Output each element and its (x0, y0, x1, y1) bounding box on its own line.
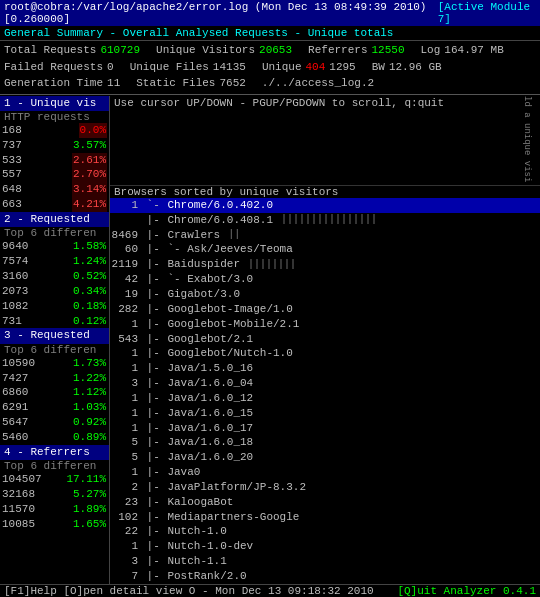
unique-files-value: 14135 (213, 59, 246, 76)
unique-404-count: 1295 (329, 59, 355, 76)
unique-404-value: 404 (305, 59, 325, 76)
tree-row[interactable]: 1 |- Java0 (110, 465, 540, 480)
section4-sub: Top 6 differen (0, 460, 109, 472)
left-panel: 1 - Unique vis HTTP requests 168 0.0% 73… (0, 96, 110, 598)
tree-row[interactable]: 102 |- Mediapartners-Google (110, 510, 540, 525)
right-panel: Use cursor UP/DOWN - PGUP/PGDOWN to scro… (110, 96, 540, 598)
section2-sub: Top 6 differen (0, 227, 109, 239)
left-item: 168 0.0% (0, 123, 109, 138)
referrers-value: 12550 (372, 42, 405, 59)
main-area: 1 - Unique vis HTTP requests 168 0.0% 73… (0, 96, 540, 598)
left-item: 10085 1.65% (0, 517, 109, 532)
log-value: 164.97 MB (444, 42, 503, 59)
tooltip-row: Use cursor UP/DOWN - PGUP/PGDOWN to scro… (110, 96, 540, 186)
unique-visitors-value: 20653 (259, 42, 292, 59)
tree-row[interactable]: 543 |- Googlebot/2.1 (110, 332, 540, 347)
title-path: root@cobra:/var/log/apache2/error.log (M… (4, 1, 438, 25)
left-item: 5460 0.89% (0, 430, 109, 445)
nav-label: General Summary - Overall Analysed Reque… (4, 27, 393, 39)
left-item: 5647 0.92% (0, 415, 109, 430)
left-item: 533 2.61% (0, 153, 109, 168)
tree-row[interactable]: 1 |- Java/1.6.0_17 (110, 421, 540, 436)
bw-label: BW (372, 59, 385, 76)
nav-bar: General Summary - Overall Analysed Reque… (0, 26, 540, 41)
total-requests-label: Total Requests (4, 42, 96, 59)
total-requests-value: 610729 (100, 42, 140, 59)
left-item: 9640 1.58% (0, 239, 109, 254)
left-item: 7574 1.24% (0, 254, 109, 269)
tree-row[interactable]: 42 |- `- Exabot/3.0 (110, 272, 540, 287)
left-item: 648 3.14% (0, 182, 109, 197)
tree-row[interactable]: 3 |- Java/1.6.0_04 (110, 376, 540, 391)
tree-row[interactable]: 5 |- Java/1.6.0_20 (110, 450, 540, 465)
left-item: 6860 1.12% (0, 385, 109, 400)
section3-header: 3 - Requested (0, 328, 109, 343)
left-item: 663 4.21% (0, 197, 109, 212)
tree-row[interactable]: 8469 |- Crawlers || (110, 228, 540, 243)
title-bar: root@cobra:/var/log/apache2/error.log (M… (0, 0, 540, 26)
tree-row[interactable]: 2 |- JavaPlatform/JP-8.3.2 (110, 480, 540, 495)
tree-row[interactable]: 23 |- KaloogaBot (110, 495, 540, 510)
unique-visitors-label: Unique Visitors (156, 42, 255, 59)
left-item: 3160 0.52% (0, 269, 109, 284)
left-item: 7427 1.22% (0, 371, 109, 386)
tree-row[interactable]: 282 |- Googlebot-Image/1.0 (110, 302, 540, 317)
tree-row[interactable]: 1 |- Nutch-1.0-dev (110, 539, 540, 554)
unique-files-label: Unique Files (130, 59, 209, 76)
left-item: 1082 0.18% (0, 299, 109, 314)
referrers-label: Referrers (308, 42, 367, 59)
status-left: [F1]Help [O]pen detail view O - Mon Dec … (4, 585, 374, 597)
left-item: 32168 5.27% (0, 487, 109, 502)
static-files-label: Static Files (136, 75, 215, 92)
tree-row[interactable]: |- Chrome/6.0.408.1 |||||||||||||||| (110, 213, 540, 228)
section1-sub: HTTP requests (0, 111, 109, 123)
left-item: 11570 1.89% (0, 502, 109, 517)
bw-value: 12.96 GB (389, 59, 442, 76)
section1-header: 1 - Unique vis (0, 96, 109, 111)
tree-row[interactable]: 3 |- Nutch-1.1 (110, 554, 540, 569)
log-label: Log (421, 42, 441, 59)
tree-row[interactable]: 5 |- Java/1.6.0_18 (110, 435, 540, 450)
failed-requests-label: Failed Requests (4, 59, 103, 76)
tree-row[interactable]: 1 |- Java/1.6.0_12 (110, 391, 540, 406)
status-right: [Q]uit Analyzer 0.4.1 (397, 585, 536, 597)
tree-row[interactable]: 60 |- `- Ask/Jeeves/Teoma (110, 242, 540, 257)
left-item: 2073 0.34% (0, 284, 109, 299)
section2-header: 2 - Requested (0, 212, 109, 227)
left-item: 737 3.57% (0, 138, 109, 153)
tree-row[interactable]: 22 |- Nutch-1.0 (110, 524, 540, 539)
left-item: 731 0.12% (0, 314, 109, 329)
tree-row[interactable]: 19 |- Gigabot/3.0 (110, 287, 540, 302)
generation-value: 11 (107, 75, 120, 92)
failed-requests-value: 0 (107, 59, 114, 76)
left-item: 104507 17.11% (0, 472, 109, 487)
tree-row[interactable]: 1 |- Java/1.5.0_16 (110, 361, 540, 376)
tree-container: 1 `- Chrome/6.0.402.0 |- Chrome/6.0.408.… (110, 198, 540, 597)
tooltip-instruction: Use cursor UP/DOWN - PGUP/PGDOWN to scro… (110, 96, 522, 185)
tree-row[interactable]: 7 |- PostRank/2.0 (110, 569, 540, 584)
generation-label: Generation Time (4, 75, 103, 92)
tree-row[interactable]: 2119 |- Baiduspider |||||||| (110, 257, 540, 272)
active-module: [Active Module 7] (438, 1, 536, 25)
right-col-label1: ld a unique visi (522, 96, 540, 185)
unique-label: Unique (262, 59, 302, 76)
tree-row[interactable]: 1 |- Googlebot-Mobile/2.1 (110, 317, 540, 332)
tree-row[interactable]: 1 `- Chrome/6.0.402.0 (110, 198, 540, 213)
browsers-header: Browsers sorted by unique visitors (114, 186, 518, 198)
tree-row[interactable]: 1 |- Java/1.6.0_15 (110, 406, 540, 421)
static-files-value: 7652 (219, 75, 245, 92)
access-log: ./../access_log.2 (262, 75, 374, 92)
status-bar: [F1]Help [O]pen detail view O - Mon Dec … (0, 584, 540, 597)
section3-sub: Top 6 differen (0, 344, 109, 356)
left-item: 6291 1.03% (0, 400, 109, 415)
tree-row[interactable]: 1 |- Googlebot/Nutch-1.0 (110, 346, 540, 361)
left-item: 10590 1.73% (0, 356, 109, 371)
section4-header: 4 - Referrers (0, 445, 109, 460)
stats-area: Total Requests 610729 Unique Visitors 20… (0, 41, 540, 93)
browsers-header-row: Browsers sorted by unique visitors (110, 186, 540, 198)
left-item: 557 2.70% (0, 167, 109, 182)
app-window: root@cobra:/var/log/apache2/error.log (M… (0, 0, 540, 597)
